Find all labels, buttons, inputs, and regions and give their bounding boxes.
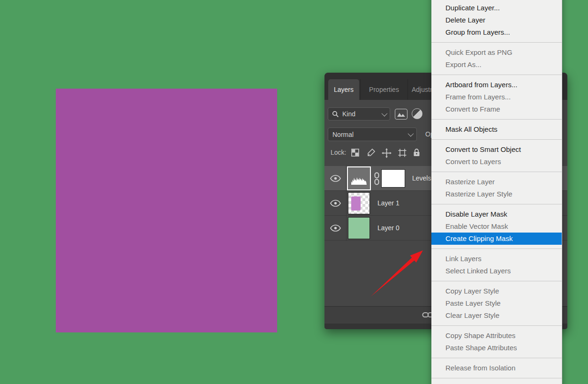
- tab-properties[interactable]: Properties: [360, 79, 408, 100]
- layer-name[interactable]: Layer 0: [377, 216, 400, 241]
- menu-item-paste-layer-style: Paste Layer Style: [431, 297, 562, 309]
- menu-item-export-as: Export As...: [431, 59, 562, 71]
- layer-filter-kind-dropdown[interactable]: Kind: [328, 107, 390, 120]
- menu-item-mask-all-objects[interactable]: Mask All Objects: [431, 123, 562, 136]
- menu-section: Mask All Objects: [431, 120, 562, 140]
- photoshop-workspace: Layers Properties Adjustments Kind Norma…: [0, 0, 588, 384]
- layer0-thumbnail[interactable]: [348, 217, 370, 239]
- visibility-eye-icon[interactable]: [330, 175, 341, 182]
- adjustment-layer-filter-icon[interactable]: [412, 108, 422, 119]
- visibility-eye-icon[interactable]: [330, 225, 341, 232]
- mask-link-icon[interactable]: [373, 172, 380, 185]
- visibility-eye-icon[interactable]: [330, 200, 341, 207]
- menu-item-rasterize-layer: Rasterize Layer: [431, 176, 562, 188]
- menu-item-copy-shape-attributes: Copy Shape Attributes: [431, 330, 562, 342]
- layer1-thumbnail[interactable]: [348, 192, 370, 214]
- menu-section: Copy Layer Style Paste Layer Style Clear…: [431, 281, 562, 326]
- layer-mask-thumbnail[interactable]: [381, 169, 405, 188]
- blend-mode-dropdown[interactable]: Normal: [328, 128, 417, 141]
- menu-item-clear-layer-style: Clear Layer Style: [431, 309, 562, 322]
- layer-name[interactable]: Layer 1: [377, 191, 400, 216]
- menu-item-create-clipping-mask[interactable]: Create Clipping Mask: [431, 233, 562, 245]
- menu-section: Quick Export as PNG Export As...: [431, 43, 562, 75]
- eye-column-divider: [346, 165, 347, 241]
- menu-item-artboard-from-layers[interactable]: Artboard from Layers...: [431, 79, 562, 91]
- layer-context-menu: Duplicate Layer... Delete Layer Group fr…: [431, 0, 562, 384]
- menu-item-release-from-isolation: Release from Isolation: [431, 362, 562, 374]
- menu-item-frame-from-layers: Frame from Layers...: [431, 91, 562, 103]
- menu-item-link-layers: Link Layers: [431, 253, 562, 265]
- lock-position-icon[interactable]: [382, 148, 392, 158]
- menu-section: Disable Layer Mask Enable Vector Mask Cr…: [431, 204, 562, 249]
- menu-section: Link Layers Select Linked Layers: [431, 249, 562, 281]
- menu-item-convert-to-layers: Convert to Layers: [431, 156, 562, 168]
- menu-section: Copy Shape Attributes Paste Shape Attrib…: [431, 326, 562, 358]
- chevron-down-icon: [382, 110, 388, 116]
- layer-filter-value: Kind: [342, 110, 378, 118]
- menu-item-disable-layer-mask[interactable]: Disable Layer Mask: [431, 208, 562, 220]
- menu-item-rasterize-layer-style: Rasterize Layer Style: [431, 188, 562, 200]
- annotation-arrow: [361, 244, 431, 305]
- menu-item-group-from-layers[interactable]: Group from Layers...: [431, 26, 562, 38]
- lock-pixels-icon[interactable]: [367, 148, 376, 157]
- menu-section: Rasterize Layer Rasterize Layer Style: [431, 172, 562, 204]
- menu-section: Artboard from Layers... Frame from Layer…: [431, 75, 562, 120]
- menu-item-select-linked-layers: Select Linked Layers: [431, 265, 562, 277]
- lock-label: Lock:: [331, 149, 346, 156]
- menu-item-enable-vector-mask: Enable Vector Mask: [431, 220, 562, 233]
- lock-transparency-icon[interactable]: [351, 148, 360, 157]
- levels-adjustment-thumbnail[interactable]: [347, 166, 371, 190]
- tab-layers[interactable]: Layers: [328, 79, 359, 100]
- menu-item-quick-export-png: Quick Export as PNG: [431, 46, 562, 59]
- menu-section: Duplicate Layer... Delete Layer Group fr…: [431, 2, 562, 43]
- menu-item-convert-to-smart-object[interactable]: Convert to Smart Object: [431, 143, 562, 156]
- search-icon: [332, 111, 339, 118]
- canvas-shape[interactable]: [56, 89, 277, 332]
- menu-section: Release from Isolation: [431, 358, 562, 378]
- menu-item-paste-shape-attributes: Paste Shape Attributes: [431, 342, 562, 354]
- menu-item-convert-to-frame: Convert to Frame: [431, 103, 562, 115]
- layer1-content-swatch: [351, 196, 361, 211]
- menu-item-delete-layer[interactable]: Delete Layer: [431, 14, 562, 26]
- blend-mode-value: Normal: [332, 131, 408, 138]
- lock-all-icon[interactable]: [413, 148, 421, 157]
- chevron-down-icon: [408, 131, 414, 137]
- menu-section: Convert to Smart Object Convert to Layer…: [431, 140, 562, 172]
- layer-name[interactable]: Levels: [412, 166, 431, 191]
- lock-artboard-icon[interactable]: [398, 148, 407, 158]
- menu-item-duplicate-layer[interactable]: Duplicate Layer...: [431, 2, 562, 14]
- menu-item-copy-layer-style: Copy Layer Style: [431, 285, 562, 297]
- pixel-layer-filter-icon[interactable]: [395, 109, 407, 120]
